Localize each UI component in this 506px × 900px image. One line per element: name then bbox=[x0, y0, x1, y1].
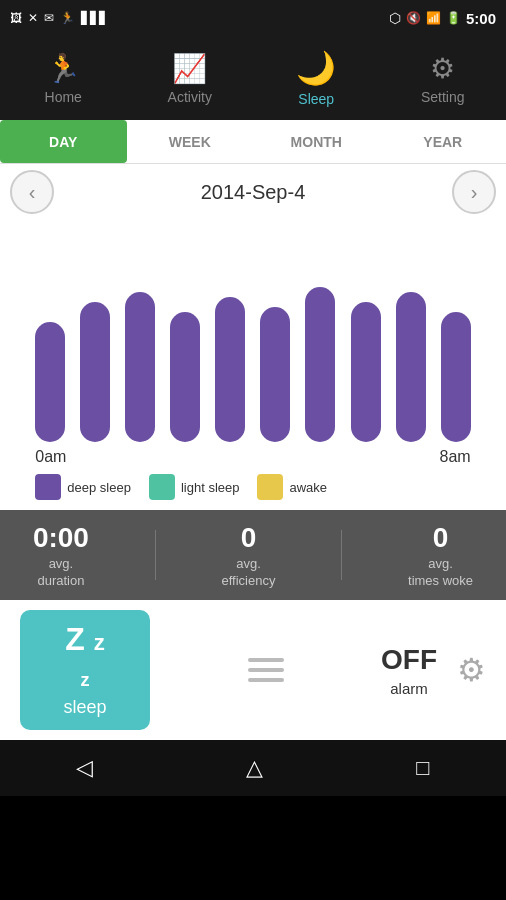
stat-duration-value: 0:00 bbox=[33, 522, 89, 554]
status-bar: 🖼 ✕ ✉ 🏃 ▋▋▋ ⬡ 🔇 📶 🔋 5:00 bbox=[0, 0, 506, 36]
deep-sleep-label: deep sleep bbox=[67, 480, 131, 495]
stat-efficiency-label-bot: efficiency bbox=[222, 573, 276, 588]
period-month[interactable]: MONTH bbox=[253, 120, 380, 163]
nav-activity[interactable]: 📈 Activity bbox=[127, 52, 254, 105]
activity-nav-icon: 📈 bbox=[172, 52, 207, 85]
gear-icon[interactable]: ⚙ bbox=[457, 651, 486, 689]
alarm-status: OFF bbox=[381, 644, 437, 676]
prev-date-button[interactable]: ‹ bbox=[10, 170, 54, 214]
stat-times-woke: 0 avg. times woke bbox=[408, 522, 473, 588]
menu-line-3 bbox=[248, 678, 284, 682]
stat-duration-label-top: avg. bbox=[49, 556, 74, 571]
sleep-zzz: Z zz bbox=[65, 622, 104, 692]
period-bar: DAY WEEK MONTH YEAR bbox=[0, 120, 506, 164]
sleep-bar bbox=[396, 292, 426, 442]
next-date-button[interactable]: › bbox=[452, 170, 496, 214]
time-end: 8am bbox=[440, 448, 471, 466]
period-year[interactable]: YEAR bbox=[380, 120, 507, 163]
back-button[interactable]: ◁ bbox=[76, 755, 93, 781]
legend-awake: awake bbox=[257, 474, 327, 500]
stat-efficiency: 0 avg. efficiency bbox=[222, 522, 276, 588]
legend-deep-sleep: deep sleep bbox=[35, 474, 131, 500]
setting-nav-icon: ⚙ bbox=[430, 52, 455, 85]
sleep-bar bbox=[170, 312, 200, 442]
stat-duration: 0:00 avg. duration bbox=[33, 522, 89, 588]
sleep-bar bbox=[35, 322, 65, 442]
period-day[interactable]: DAY bbox=[0, 120, 127, 163]
stat-times-woke-label-bot: times woke bbox=[408, 573, 473, 588]
bars-container bbox=[25, 242, 480, 442]
alarm-section: OFF alarm ⚙ bbox=[381, 644, 486, 697]
nav-home[interactable]: 🏃 Home bbox=[0, 52, 127, 105]
light-sleep-label: light sleep bbox=[181, 480, 240, 495]
stats-bar: 0:00 avg. duration 0 avg. efficiency 0 a… bbox=[0, 510, 506, 600]
sleep-bar bbox=[260, 307, 290, 442]
system-nav: ◁ △ □ bbox=[0, 740, 506, 796]
bars-icon: ▋▋▋ bbox=[81, 11, 108, 25]
awake-color bbox=[257, 474, 283, 500]
time-start: 0am bbox=[35, 448, 66, 466]
activity-nav-label: Activity bbox=[168, 89, 212, 105]
sleep-bar bbox=[305, 287, 335, 442]
stat-times-woke-value: 0 bbox=[433, 522, 449, 554]
recent-button[interactable]: □ bbox=[416, 755, 429, 781]
alarm-info: OFF alarm bbox=[381, 644, 437, 697]
stat-divider-2 bbox=[341, 530, 342, 580]
sleep-bar bbox=[80, 302, 110, 442]
stat-times-woke-label-top: avg. bbox=[428, 556, 453, 571]
alarm-label: alarm bbox=[390, 680, 428, 697]
sleep-nav-icon: 🌙 bbox=[296, 49, 336, 87]
signal-icon: 📶 bbox=[426, 11, 441, 25]
sleep-tile[interactable]: Z zz sleep bbox=[20, 610, 150, 730]
legend: deep sleep light sleep awake bbox=[25, 466, 480, 510]
deep-sleep-color bbox=[35, 474, 61, 500]
home-nav-label: Home bbox=[45, 89, 82, 105]
stat-efficiency-label-top: avg. bbox=[236, 556, 261, 571]
email-icon: ✉ bbox=[44, 11, 54, 25]
status-icons-right: ⬡ 🔇 📶 🔋 5:00 bbox=[389, 10, 496, 27]
x-icon: ✕ bbox=[28, 11, 38, 25]
sleep-bar bbox=[441, 312, 471, 442]
nav-setting[interactable]: ⚙ Setting bbox=[380, 52, 507, 105]
light-sleep-color bbox=[149, 474, 175, 500]
time-labels: 0am 8am bbox=[25, 442, 480, 466]
sleep-bar bbox=[125, 292, 155, 442]
period-week[interactable]: WEEK bbox=[127, 120, 254, 163]
sleep-nav-label: Sleep bbox=[298, 91, 334, 107]
bottom-panel: Z zz sleep OFF alarm ⚙ bbox=[0, 600, 506, 740]
mute-icon: 🔇 bbox=[406, 11, 421, 25]
bluetooth-icon: ⬡ bbox=[389, 10, 401, 26]
home-nav-icon: 🏃 bbox=[46, 52, 81, 85]
nav-sleep[interactable]: 🌙 Sleep bbox=[253, 49, 380, 107]
run-icon: 🏃 bbox=[60, 11, 75, 25]
stat-efficiency-value: 0 bbox=[241, 522, 257, 554]
date-nav: ‹ 2014-Sep-4 › bbox=[0, 164, 506, 220]
menu-line-1 bbox=[248, 658, 284, 662]
battery-icon: 🔋 bbox=[446, 11, 461, 25]
status-icons-left: 🖼 ✕ ✉ 🏃 ▋▋▋ bbox=[10, 11, 108, 25]
home-button[interactable]: △ bbox=[246, 755, 263, 781]
chart-area: 0am 8am deep sleep light sleep awake bbox=[0, 220, 506, 510]
sleep-tile-label: sleep bbox=[63, 697, 106, 718]
status-time: 5:00 bbox=[466, 10, 496, 27]
stat-duration-label-bot: duration bbox=[37, 573, 84, 588]
photo-icon: 🖼 bbox=[10, 11, 22, 25]
stat-divider-1 bbox=[155, 530, 156, 580]
menu-line-2 bbox=[248, 668, 284, 672]
awake-label: awake bbox=[289, 480, 327, 495]
nav-bar: 🏃 Home 📈 Activity 🌙 Sleep ⚙ Setting bbox=[0, 36, 506, 120]
menu-button[interactable] bbox=[238, 648, 294, 692]
date-label: 2014-Sep-4 bbox=[201, 181, 306, 204]
setting-nav-label: Setting bbox=[421, 89, 465, 105]
sleep-bar bbox=[215, 297, 245, 442]
legend-light-sleep: light sleep bbox=[149, 474, 240, 500]
sleep-bar bbox=[351, 302, 381, 442]
